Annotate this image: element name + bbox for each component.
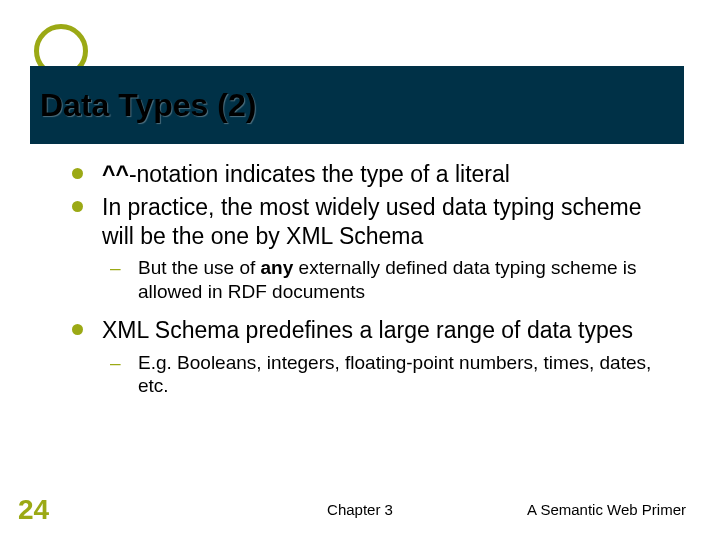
- bullet-1-text: -notation indicates the type of a litera…: [129, 161, 510, 187]
- bullet-3: XML Schema predefines a large range of d…: [72, 316, 672, 398]
- bullet-2-sub-1-pre: But the use of: [138, 257, 261, 278]
- bullet-2-sub-1-bold: any: [261, 257, 294, 278]
- slide-title: Data Types (2): [40, 87, 256, 124]
- bullet-1: ^^-notation indicates the type of a lite…: [72, 160, 672, 189]
- page-number: 24: [18, 494, 49, 526]
- slide: Data Types (2) ^^-notation indicates the…: [0, 0, 720, 540]
- bullet-3-text: XML Schema predefines a large range of d…: [102, 317, 633, 343]
- bullet-2-sub-1: But the use of any externally defined da…: [110, 256, 672, 304]
- title-bar: Data Types (2): [30, 66, 684, 144]
- bullet-2: In practice, the most widely used data t…: [72, 193, 672, 304]
- bullet-3-sub-1-text: E.g. Booleans, integers, floating-point …: [138, 352, 651, 397]
- footer-right: A Semantic Web Primer: [527, 501, 686, 518]
- slide-body: ^^-notation indicates the type of a lite…: [72, 160, 672, 410]
- bullet-3-sub-1: E.g. Booleans, integers, floating-point …: [110, 351, 672, 399]
- bullet-2-text: In practice, the most widely used data t…: [102, 194, 642, 249]
- bullet-1-prefix: ^^: [102, 161, 129, 187]
